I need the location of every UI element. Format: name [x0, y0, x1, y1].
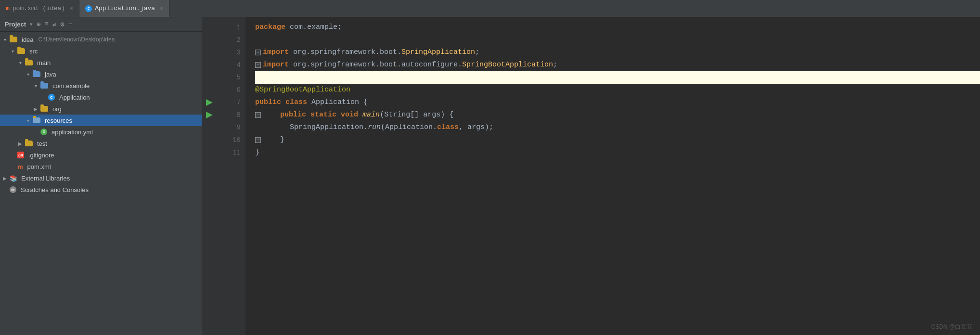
tab-app-label: Application.java [95, 5, 155, 12]
kw-class-9: class [437, 121, 459, 134]
chevron-resources: ▾ [25, 117, 31, 123]
tree-item-app-yml[interactable]: ⚙ application.yml [0, 126, 202, 138]
run-button-line7[interactable] [206, 99, 213, 106]
tree-item-java[interactable]: ▾ java [0, 68, 202, 80]
method-main: main [362, 109, 380, 121]
tree-item-src[interactable]: ▾ src [0, 45, 202, 57]
kw-import-3: import [263, 46, 289, 59]
space-8c [358, 109, 362, 121]
tree-item-pom-xml[interactable]: m pom.xml [0, 161, 202, 172]
code-line-2 [255, 34, 980, 46]
minimize-icon[interactable]: − [68, 20, 72, 28]
tree-label-test: test [37, 140, 47, 147]
tab-application-java[interactable]: C Application.java × [79, 0, 169, 17]
code-line-3: − import org.springframework.boot.Spring… [255, 46, 980, 59]
ext-lib-icon: 📚 [10, 175, 17, 182]
tree-label-java: java [45, 71, 56, 78]
java-file-icon: C [48, 94, 55, 101]
gutter-9 [202, 121, 217, 134]
folder-icon-main [25, 60, 33, 65]
run-args: , args); [459, 121, 493, 134]
tree-label-ext-libs: External Libraries [21, 175, 70, 182]
kw-void-8: void [341, 109, 358, 121]
line-num-3: 3 [217, 46, 241, 59]
idea-path: C:\Users\lenovo\Desktop\idea [39, 36, 115, 43]
gutter-7-run[interactable] [202, 96, 217, 109]
gutter-6 [202, 84, 217, 96]
gutter-10 [202, 134, 217, 146]
close-brace-outer: } [255, 146, 259, 159]
main-content: Project ▾ ⊕ ≡ ⇌ ⚙ − ▾ idea C:\Users\leno… [0, 17, 980, 335]
code-content[interactable]: package com.example; − import org.spring… [245, 17, 980, 335]
tree-label-idea: idea [22, 36, 34, 43]
tree-label-pom: pom.xml [27, 163, 51, 170]
import-semi-4: ; [553, 59, 557, 71]
line-num-7: 7 [217, 96, 241, 109]
line-numbers: 1 2 3 4 5 6 7 8 9 10 11 [217, 17, 245, 335]
tree-label-resources: resources [45, 117, 72, 124]
chevron-ext-libs: ▶ [2, 175, 8, 181]
kw-public-7: public [255, 96, 281, 109]
kw-import-4: import [263, 59, 289, 71]
fold-btn-10[interactable]: − [255, 137, 261, 143]
code-line-8: − public static void main (String[] args… [255, 109, 980, 121]
code-line-9: SpringApplication.run(Application.class,… [255, 121, 980, 134]
close-brace-inner: } [263, 134, 284, 146]
gutter-1 [202, 21, 217, 34]
chevron-java: ▾ [25, 71, 31, 77]
tree-item-scratches[interactable]: ✏ Scratches and Consoles [0, 184, 202, 195]
line-num-4: 4 [217, 59, 241, 71]
tab-app-close[interactable]: × [160, 5, 163, 12]
add-icon[interactable]: ⊕ [37, 20, 40, 28]
import-path-4: org.springframework.boot.autoconfigure. [289, 59, 462, 71]
line-num-2: 2 [217, 34, 241, 46]
line-num-8: 8 [217, 109, 241, 121]
fold-btn-3[interactable]: − [255, 50, 261, 55]
kw-static-8: static [310, 109, 336, 121]
tab-bar: m pom.xml (idea) × C Application.java × [0, 0, 980, 17]
collapse-all-icon[interactable]: ⇌ [52, 20, 56, 28]
code-editor[interactable]: 1 2 3 4 5 6 7 8 9 10 11 package com.exam… [202, 17, 980, 335]
settings-gear-icon[interactable]: ⚙ [60, 20, 64, 28]
kw-public-8: public [280, 109, 306, 121]
code-line-11: } [255, 146, 980, 159]
project-tree: ▾ idea C:\Users\lenovo\Desktop\idea ▾ sr… [0, 32, 202, 335]
tree-item-idea[interactable]: ▾ idea C:\Users\lenovo\Desktop\idea [0, 34, 202, 45]
tree-item-com-example[interactable]: ▾ com.example [0, 80, 202, 91]
tree-item-gitignore[interactable]: git .gitignore [0, 149, 202, 161]
gutter-5 [202, 71, 217, 84]
chevron-main: ▾ [17, 60, 23, 65]
editor-gutter [202, 17, 217, 335]
tree-label-app-yml: application.yml [52, 129, 93, 136]
run-button-line8[interactable] [206, 112, 213, 118]
indent-9: SpringApplication. [255, 121, 368, 134]
tree-label-main: main [37, 59, 51, 66]
gutter-8-run[interactable] [202, 109, 217, 121]
tree-item-resources[interactable]: ▾ resources [0, 115, 202, 126]
import-class-3: SpringApplication [401, 46, 475, 59]
import-class-4: SpringBootApplication [462, 59, 553, 71]
fold-btn-8[interactable]: − [255, 112, 261, 118]
tree-item-application[interactable]: C Application [0, 91, 202, 103]
fold-btn-4[interactable]: − [255, 62, 261, 68]
tab-pom[interactable]: m pom.xml (idea) × [0, 0, 79, 17]
folder-icon-src [17, 48, 25, 54]
tree-item-test[interactable]: ▶ test [0, 138, 202, 149]
tree-item-org[interactable]: ▶ org [0, 103, 202, 115]
tab-pom-label: pom.xml (idea) [13, 5, 65, 12]
sidebar: Project ▾ ⊕ ≡ ⇌ ⚙ − ▾ idea C:\Users\leno… [0, 17, 202, 335]
tab-pom-close[interactable]: × [70, 5, 73, 12]
tree-label-src: src [29, 48, 38, 55]
folder-icon-com-example [40, 83, 48, 89]
watermark: CSDN @白豆五 [931, 323, 972, 331]
code-line-7: public class Application { [255, 96, 980, 109]
kw-class-7: class [285, 96, 307, 109]
folder-icon-test [25, 141, 33, 146]
chevron-org: ▶ [33, 106, 39, 112]
tree-item-ext-libs[interactable]: ▶ 📚 External Libraries [0, 172, 202, 184]
git-file-icon: git [17, 152, 24, 158]
code-line-1: package com.example; [255, 21, 980, 34]
project-dropdown[interactable]: ▾ [30, 21, 33, 27]
expand-all-icon[interactable]: ≡ [45, 20, 49, 28]
tree-item-main[interactable]: ▾ main [0, 57, 202, 68]
